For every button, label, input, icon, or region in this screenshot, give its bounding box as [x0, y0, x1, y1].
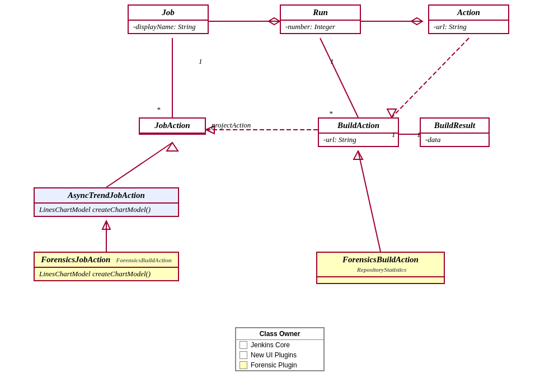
class-asynctrendjobaction-attr: LinesChartModel createChartModel() — [35, 204, 178, 216]
class-job-name: Job — [129, 6, 208, 21]
legend-label-forensic: Forensic Plugin — [251, 361, 297, 369]
forensicsbuildaction-subname: RepositoryStatistics — [357, 266, 407, 273]
svg-marker-16 — [354, 151, 363, 159]
svg-line-15 — [358, 151, 381, 252]
mult-star-runbuildaction: * — [329, 109, 333, 118]
legend-color-jenkins — [240, 341, 247, 349]
class-forensicsbuildaction-attr — [317, 277, 444, 283]
class-jobaction: JobAction — [139, 117, 206, 135]
class-forensicsjobaction-attr: LinesChartModel createChartModel() — [35, 268, 178, 280]
class-run-name: Run — [281, 6, 360, 21]
legend-color-newui — [240, 351, 247, 359]
class-buildresult-attr: -data — [421, 134, 489, 146]
class-job: Job -displayName: String — [128, 4, 209, 34]
legend-row-jenkins: Jenkins Core — [236, 340, 323, 350]
mult-1-runbuildaction: 1 — [330, 57, 334, 66]
class-action: Action -url: String — [428, 4, 509, 34]
class-run-attr: -number: Integer — [281, 21, 360, 33]
legend-title: Class Owner — [236, 328, 323, 340]
class-forensicsbuildaction: ForensicsBuildAction RepositoryStatistic… — [316, 252, 445, 284]
mult-1-jobjobaction: 1 — [199, 57, 203, 66]
class-asynctrendjobaction-name: AsyncTrendJobAction — [35, 188, 178, 204]
legend-color-forensic — [240, 361, 247, 369]
class-buildaction-name: BuildAction — [319, 119, 398, 134]
svg-marker-12 — [167, 143, 178, 151]
class-forensicsbuildaction-name: ForensicsBuildAction RepositoryStatistic… — [317, 253, 444, 277]
legend-label-jenkins: Jenkins Core — [251, 341, 290, 349]
class-job-attr: -displayName: String — [129, 21, 208, 33]
class-action-attr: -url: String — [429, 21, 508, 33]
legend-row-newui: New UI Plugins — [236, 350, 323, 360]
class-buildresult: BuildResult -data — [420, 117, 490, 147]
class-forensicsjobaction-name: ForensicsJobAction ForensicsBuildAction — [35, 253, 178, 268]
mult-1-buildaction-left: 1 — [392, 130, 396, 139]
class-jobaction-name: JobAction — [140, 119, 205, 134]
svg-marker-14 — [102, 221, 110, 229]
mult-1-buildresult-right: 1 — [417, 130, 421, 139]
class-buildaction: BuildAction -url: String — [318, 117, 399, 147]
svg-line-11 — [106, 143, 172, 187]
class-buildresult-name: BuildResult — [421, 119, 489, 134]
forensicsjobaction-subname: ForensicsBuildAction — [116, 257, 172, 263]
legend-label-newui: New UI Plugins — [251, 351, 297, 359]
svg-marker-3 — [411, 18, 422, 25]
mult-star-jobjobaction: * — [157, 105, 161, 114]
class-run: Run -number: Integer — [280, 4, 361, 34]
class-buildaction-attr: -url: String — [319, 134, 398, 146]
rel-label-projectaction: projectAction — [212, 121, 251, 130]
svg-line-6 — [392, 38, 469, 117]
diagram-container: Job -displayName: String Run -number: In… — [0, 0, 540, 392]
svg-marker-7 — [387, 109, 396, 117]
legend-row-forensic: Forensic Plugin — [236, 360, 323, 370]
legend: Class Owner Jenkins Core New UI Plugins … — [235, 327, 325, 371]
svg-line-5 — [320, 38, 358, 117]
class-asynctrendjobaction: AsyncTrendJobAction LinesChartModel crea… — [34, 187, 179, 217]
class-action-name: Action — [429, 6, 508, 21]
svg-marker-1 — [269, 18, 280, 25]
class-forensicsjobaction: ForensicsJobAction ForensicsBuildAction … — [34, 252, 179, 281]
